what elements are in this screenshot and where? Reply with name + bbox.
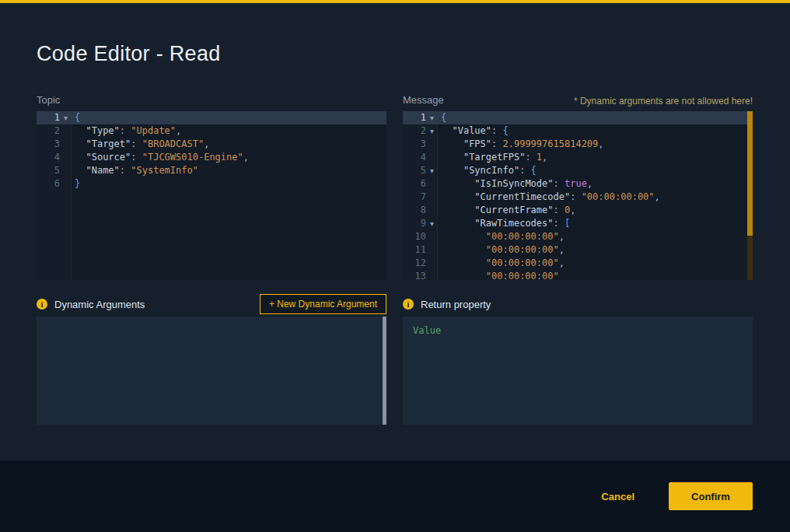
line-number: 1 [421,111,427,124]
fold-spacer [61,124,71,138]
line-gutter: 3 [403,138,437,151]
dynamic-arguments-label: Dynamic Arguments [54,299,145,310]
line-number: 4 [421,151,427,164]
line-number: 12 [415,257,427,270]
line-gutter: 4 [403,151,437,164]
code-text: "TargetFPS": 1, [437,151,547,164]
topic-label: Topic [37,94,60,106]
fold-spacer [427,204,437,217]
line-number: 6 [421,177,427,191]
line-gutter: 6 [403,177,437,191]
line-number: 11 [415,243,427,257]
line-number: 3 [54,138,61,151]
fold-arrow-icon[interactable]: ▾ [61,111,71,124]
line-number: 5 [54,164,61,177]
code-text: "CurrentFrame": 0, [437,204,575,217]
fold-spacer [61,138,71,151]
line-number: 13 [415,270,427,280]
return-property-editor[interactable]: Value [403,317,753,425]
code-line: 5 "Name": "SystemInfo" [37,164,386,177]
code-line: 3 "Target": "BROADCAST", [37,138,386,151]
code-line: 12 "00:00:00:00", [403,257,753,270]
code-text: "Source": "TJCGWS010-Engine", [71,151,249,164]
line-number: 1 [54,111,61,124]
line-gutter: 5 [37,164,71,177]
code-text: "00:00:00:00" [437,270,559,280]
line-number: 9 [421,217,427,230]
info-icon[interactable]: i [37,299,47,310]
return-property-label: Return property [421,299,491,310]
line-gutter: 1▾ [403,111,437,124]
line-gutter: 2▾ [403,124,437,138]
code-text: "FPS": 2.999997615814209, [437,138,604,151]
dynamic-arguments-header: i Dynamic Arguments + New Dynamic Argume… [37,293,386,315]
line-number: 5 [421,164,427,177]
fold-spacer [427,230,437,243]
code-text: "CurrentTimecode": "00:00:00:00", [437,191,660,204]
line-number: 4 [54,151,61,164]
code-line: 6} [37,177,386,191]
line-gutter: 2 [37,124,71,138]
line-number: 2 [421,124,427,138]
message-scrollbar-thumb[interactable] [747,111,753,236]
fold-spacer [427,138,437,151]
message-label: Message [403,94,444,106]
line-gutter: 1▾ [37,111,71,124]
line-gutter: 5▾ [403,164,437,177]
code-text: { [437,111,446,124]
fold-spacer [61,177,71,191]
fold-arrow-icon[interactable]: ▾ [427,111,437,124]
line-gutter: 4 [37,151,71,164]
code-line: 2▾ "Value": { [403,124,753,138]
code-text: "Target": "BROADCAST", [71,138,209,151]
code-line: 7 "CurrentTimecode": "00:00:00:00", [403,191,753,204]
fold-spacer [427,243,437,257]
fold-spacer [427,270,437,280]
fold-spacer [427,257,437,270]
line-gutter: 6 [37,177,71,191]
code-text: { [71,111,80,124]
cancel-button[interactable]: Cancel [601,491,634,502]
code-line: 1▾{ [403,111,753,124]
new-dynamic-argument-button[interactable]: + New Dynamic Argument [260,294,386,314]
line-gutter: 7 [403,191,437,204]
line-number: 10 [415,230,427,243]
code-line: 6 "IsInSyncMode": true, [403,177,753,191]
code-text: "Name": "SystemInfo" [71,164,198,177]
line-gutter: 8 [403,204,437,217]
topic-code-editor[interactable]: 1▾{2 "Type": "Update",3 "Target": "BROAD… [37,111,386,280]
code-text: "Type": "Update", [71,124,181,138]
info-icon[interactable]: i [403,299,414,310]
code-text: "00:00:00:00", [437,257,565,270]
code-line: 1▾{ [37,111,386,124]
message-scrollbar[interactable] [747,111,753,280]
line-gutter: 9▾ [403,217,437,230]
return-property-header: i Return property [403,293,753,315]
fold-arrow-icon[interactable]: ▾ [427,124,437,138]
fold-arrow-icon[interactable]: ▾ [427,217,437,230]
message-code-editor[interactable]: 1▾{2▾ "Value": {3 "FPS": 2.9999976158142… [403,111,753,280]
return-property-value: Value [413,325,441,336]
line-gutter: 10 [403,230,437,243]
dynamic-arguments-scrollbar[interactable] [383,317,386,425]
line-gutter: 11 [403,243,437,257]
fold-arrow-icon[interactable]: ▾ [427,164,437,177]
code-line: 8 "CurrentFrame": 0, [403,204,753,217]
fold-spacer [427,191,437,204]
code-line: 2 "Type": "Update", [37,124,386,138]
code-line: 9▾ "RawTimecodes": [ [403,217,753,230]
line-number: 6 [54,177,61,191]
line-number: 2 [54,124,61,138]
code-line: 3 "FPS": 2.999997615814209, [403,138,753,151]
code-text: "IsInSyncMode": true, [437,177,592,191]
confirm-button[interactable]: Confirm [669,482,753,510]
modal-accent-bar [0,0,790,3]
modal-title: Code Editor - Read [37,40,221,67]
code-text: } [71,177,80,191]
code-line: 4 "TargetFPS": 1, [403,151,753,164]
code-text: "00:00:00:00", [437,230,565,243]
code-text: "SyncInfo": { [437,164,537,177]
code-line: 10 "00:00:00:00", [403,230,753,243]
code-text: "00:00:00:00", [437,243,565,257]
fold-spacer [427,151,437,164]
